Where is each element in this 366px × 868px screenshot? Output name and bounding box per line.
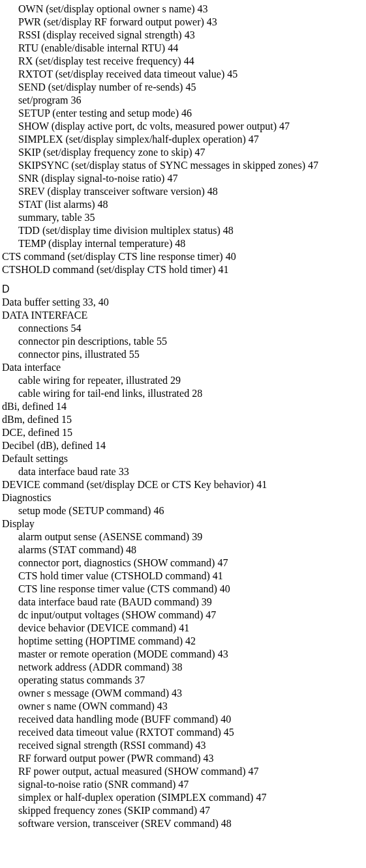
index-entry-pages: 41 <box>210 570 223 581</box>
index-entry: SREV (display transceiver software versi… <box>0 185 366 198</box>
index-entry-text: setup mode (SETUP command) <box>18 505 151 516</box>
index-entry-pages: 48 <box>205 186 218 197</box>
index-entry: STAT (list alarms)48 <box>0 198 366 211</box>
index-entry: dBi, defined14 <box>0 400 366 413</box>
index-entry-pages: 55 <box>127 349 140 360</box>
index-entry-pages: 36 <box>68 94 81 106</box>
index-entry: operating status commands37 <box>0 674 366 687</box>
index-entry-text: skipped frequency zones (SKIP command) <box>18 805 197 816</box>
index-entry-text: STAT (list alarms) <box>18 199 95 210</box>
index-entry-pages: 47 <box>246 134 259 145</box>
index-entry-text: CTSHOLD command (set/display CTS hold ti… <box>2 264 216 275</box>
index-entry-text: set/program <box>18 94 68 106</box>
index-entry-text: Decibel (dB), defined <box>2 440 93 451</box>
index-entry-text: Default settings <box>2 453 68 464</box>
index-entry-pages: 45 <box>221 727 234 738</box>
index-entry-text: owner s message (OWM command) <box>18 687 169 699</box>
index-entry-pages: 44 <box>181 55 194 66</box>
index-entry-pages: 40 <box>217 583 230 594</box>
index-entry: Data buffer setting33, 40 <box>0 296 366 309</box>
index-entry-pages: 46 <box>151 505 164 516</box>
index-entry-text: CTS command (set/display CTS line respon… <box>2 251 223 262</box>
index-entry: RX (set/display test receive frequency)4… <box>0 55 366 68</box>
index-entry-text: SIMPLEX (set/display simplex/half-duplex… <box>18 134 246 145</box>
index-entry: alarms (STAT command)48 <box>0 543 366 557</box>
index-entry-text: PWR (set/display RF forward output power… <box>18 16 204 27</box>
index-entry-text: connector pin descriptions, table <box>18 336 154 347</box>
index-entry: RSSI (display received signal strength)4… <box>0 29 366 42</box>
index-entry-pages: 43 <box>182 29 195 40</box>
index-entry-text: RF forward output power (PWR command) <box>18 753 201 764</box>
index-entry-text: cable wiring for repeater, illustrated <box>18 375 168 386</box>
index-entry-pages: 47 <box>215 557 228 568</box>
index-entry-pages: 48 <box>172 238 185 249</box>
index-entry: CTS line response timer value (CTS comma… <box>0 583 366 596</box>
index-entry-text: CTS line response timer value (CTS comma… <box>18 583 217 594</box>
index-entry-text: hoptime setting (HOPTIME command) <box>18 635 183 646</box>
index-entry: setup mode (SETUP command)46 <box>0 504 366 517</box>
index-entry: DATA INTERFACE <box>0 309 366 322</box>
index-entry-pages: 46 <box>179 108 192 119</box>
index-entry: SKIP (set/display frequency zone to skip… <box>0 146 366 159</box>
index-entry-pages: 35 <box>82 212 95 223</box>
index-entry: Diagnostics <box>0 491 366 504</box>
index-entry-text: network address (ADDR command) <box>18 661 170 673</box>
index-entry: connector port, diagnostics (SHOW comman… <box>0 557 366 570</box>
index-entry-pages: 43 <box>193 740 206 751</box>
section-heading: D <box>0 283 366 296</box>
index-entry: SEND (set/display number of re-sends)45 <box>0 81 366 94</box>
index-entry: SETUP (enter testing and setup mode)46 <box>0 107 366 120</box>
index-entry-pages: 48 <box>95 199 108 210</box>
index-entry-pages: 47 <box>253 792 266 803</box>
index-entry-pages: 37 <box>132 674 145 686</box>
index-entry-text: received data timeout value (RXTOT comma… <box>18 727 221 738</box>
index-entry-text: simplex or half-duplex operation (SIMPLE… <box>18 792 253 803</box>
index-entry-pages: 41 <box>254 479 267 490</box>
index-entry-text: operating status commands <box>18 674 132 686</box>
index-entry-pages: 44 <box>165 42 178 53</box>
index-entry-text: SNR (display signal-to-noise ratio) <box>18 173 164 184</box>
index-entry-text: SETUP (enter testing and setup mode) <box>18 108 179 119</box>
index-entry: master or remote operation (MODE command… <box>0 648 366 661</box>
index-entry-pages: 40 <box>218 714 231 725</box>
index-entry-text: received data handling mode (BUFF comman… <box>18 714 218 725</box>
index-entry-pages: 39 <box>189 531 202 542</box>
index-entry: DEVICE command (set/display DCE or CTS K… <box>0 478 366 491</box>
index-entry-text: RSSI (display received signal strength) <box>18 29 182 40</box>
index-entry: OWN (set/display optional owner s name)4… <box>0 3 366 16</box>
index-entry: owner s name (OWN command)43 <box>0 700 366 713</box>
index-entry-pages: 42 <box>183 635 196 646</box>
index-entry-text: software version, transceiver (SREV comm… <box>18 818 219 829</box>
index-entry-pages: 43 <box>204 16 217 27</box>
index-entry-text: Diagnostics <box>2 492 52 503</box>
index-entry-pages: 48 <box>123 544 136 555</box>
index-entry: Decibel (dB), defined14 <box>0 439 366 452</box>
index-entry: CTSHOLD command (set/display CTS hold ti… <box>0 263 366 276</box>
index-entry-pages: 48 <box>221 225 234 236</box>
index-entry: device behavior (DEVICE command)41 <box>0 622 366 635</box>
index-entry-text: SEND (set/display number of re-sends) <box>18 81 183 93</box>
index-entry: signal-to-noise ratio (SNR command)47 <box>0 778 366 791</box>
index-entry-text: Data buffer setting <box>2 297 80 308</box>
index-entry: received signal strength (RSSI command)4… <box>0 739 366 752</box>
index-entry-pages: 43 <box>215 648 228 659</box>
index-entry: connections54 <box>0 322 366 335</box>
index-entry: software version, transceiver (SREV comm… <box>0 817 366 830</box>
index-entry: Data interface <box>0 361 366 374</box>
index-entry-text: SKIP (set/display frequency zone to skip… <box>18 147 192 158</box>
index-entry-pages: 54 <box>68 323 81 334</box>
index-entry: received data handling mode (BUFF comman… <box>0 713 366 726</box>
index-entry-text: signal-to-noise ratio (SNR command) <box>18 779 175 790</box>
index-entry-pages: 28 <box>189 388 202 399</box>
index-entry: RF forward output power (PWR command)43 <box>0 752 366 765</box>
index-entry-text: master or remote operation (MODE command… <box>18 648 215 659</box>
index-entry: owner s message (OWM command)43 <box>0 687 366 700</box>
index-entry-text: RX (set/display test receive frequency) <box>18 55 181 66</box>
index-entry: TEMP (display internal temperature)48 <box>0 237 366 250</box>
index-entry: cable wiring for tail-end links, illustr… <box>0 387 366 400</box>
index-entry: connector pins, illustrated55 <box>0 348 366 361</box>
index-entry-pages: 14 <box>53 401 67 412</box>
index-entry-text: DATA INTERFACE <box>2 310 87 321</box>
index-entry: RXTOT (set/display received data timeout… <box>0 68 366 81</box>
index-entry-pages: 29 <box>168 375 181 386</box>
